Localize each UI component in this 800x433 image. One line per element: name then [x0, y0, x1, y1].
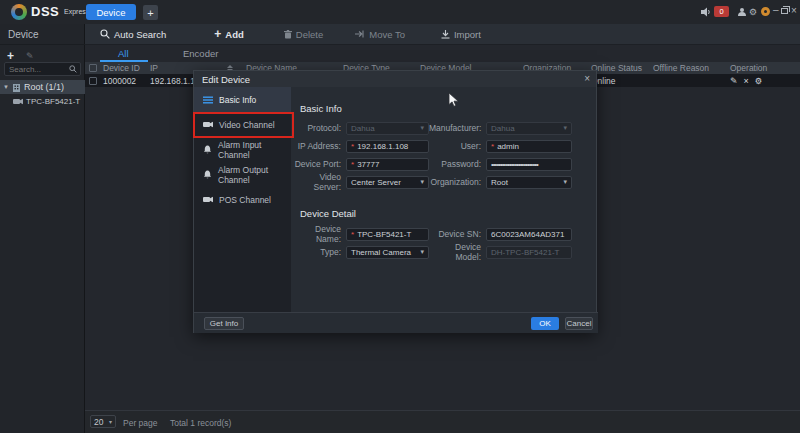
- tab-all[interactable]: All: [118, 48, 129, 59]
- password-field[interactable]: ••••••••••••••••••••••••••: [486, 158, 572, 171]
- alarm-input-icon: [203, 145, 212, 154]
- alarm-speaker-icon[interactable]: [701, 7, 712, 17]
- org-search-box: [4, 62, 81, 76]
- col-online-status: Online Status: [588, 63, 650, 73]
- edit-organization-icon[interactable]: ✎: [26, 51, 34, 61]
- ok-button[interactable]: OK: [531, 317, 559, 330]
- protocol-select[interactable]: Dahua ▾: [346, 122, 429, 135]
- dss-logo-icon: [11, 4, 27, 20]
- mouse-cursor: [448, 92, 459, 108]
- type-label: Type:: [291, 247, 341, 257]
- tree-expand-caret[interactable]: ▼: [3, 84, 9, 90]
- manufacturer-select[interactable]: Dahua ▾: [486, 122, 572, 135]
- device-sn-field[interactable]: 6C0023AM64AD371: [486, 228, 572, 241]
- move-to-button[interactable]: Move To: [355, 29, 405, 40]
- dialog-title-bar: Edit Device ×: [194, 71, 596, 87]
- dialog-title: Edit Device: [202, 74, 250, 85]
- sidebar-title: Device: [8, 29, 39, 40]
- user-label: User:: [429, 141, 481, 151]
- device-name-field[interactable]: * TPC-BF5421-T: [346, 228, 429, 241]
- select-all-checkbox[interactable]: [89, 64, 97, 72]
- organization-label: Organization:: [429, 177, 481, 187]
- tree-node-device[interactable]: TPC-BF5421-T: [0, 94, 85, 108]
- annotation-highlight-box: [193, 112, 294, 138]
- chevron-down-icon: ▾: [563, 178, 567, 186]
- ip-address-label: IP Address:: [291, 141, 341, 151]
- device-model-label: Device Model:: [429, 242, 481, 262]
- chevron-down-icon: ▾: [420, 248, 424, 256]
- tree-node-label: Root (1/1): [24, 82, 64, 92]
- menu-alarm-output-channel[interactable]: Alarm Output Channel: [194, 162, 291, 187]
- pos-channel-icon: [203, 196, 213, 203]
- settings-gear-icon[interactable]: ⚙: [749, 7, 757, 17]
- video-server-label: Video Server:: [291, 172, 341, 192]
- dialog-form: Basic Info Protocol: Dahua ▾ Manufacture…: [291, 87, 598, 312]
- delete-device-icon[interactable]: ×: [744, 76, 749, 86]
- video-server-select[interactable]: Center Server ▾: [346, 176, 429, 189]
- cell-device-id: 1000002: [101, 76, 148, 86]
- chevron-down-icon: ▾: [563, 124, 567, 132]
- user-icon[interactable]: [737, 7, 747, 17]
- move-arrow-icon: [355, 30, 365, 38]
- tab-device[interactable]: Device: [86, 4, 136, 20]
- device-name-label: Device Name:: [291, 224, 341, 244]
- alarm-output-icon: [203, 170, 212, 179]
- restore-button[interactable]: [781, 8, 788, 14]
- ip-address-field[interactable]: * 192.168.1.108: [346, 140, 429, 153]
- plus-icon: +: [214, 27, 221, 41]
- total-records-label: Total 1 record(s): [170, 418, 231, 428]
- list-icon: [203, 96, 213, 104]
- chevron-down-icon: ▾: [109, 418, 112, 425]
- organization-select[interactable]: Root ▾: [486, 176, 572, 189]
- per-page-label: Per page: [123, 418, 158, 428]
- delete-button[interactable]: Delete: [284, 29, 323, 40]
- device-config-icon[interactable]: ⚙: [755, 76, 763, 86]
- cell-operation: ✎ × ⚙: [727, 76, 800, 86]
- protocol-label: Protocol:: [291, 123, 341, 133]
- add-device-button[interactable]: + Add: [214, 27, 243, 41]
- col-operation: Operation: [727, 63, 800, 73]
- app-window: DSS Express Device + 0 ⚙ – × Device + ✎: [0, 0, 800, 433]
- cancel-button[interactable]: Cancel: [565, 317, 593, 330]
- edit-device-dialog: Edit Device × Basic Info Video Channel: [193, 70, 597, 333]
- row-checkbox[interactable]: [89, 77, 97, 85]
- page-size-select[interactable]: 20 ▾: [90, 415, 116, 428]
- pagination-bar: 20 ▾ Per page Total 1 record(s): [85, 410, 800, 433]
- add-tab-button[interactable]: +: [143, 5, 158, 20]
- network-status-icon: [761, 7, 770, 16]
- add-organization-button[interactable]: +: [7, 49, 14, 63]
- tree-node-root[interactable]: ▼ Root (1/1): [0, 80, 85, 94]
- password-label: Password:: [429, 159, 481, 169]
- chevron-down-icon: ▾: [420, 124, 424, 132]
- dialog-close-icon[interactable]: ×: [584, 73, 590, 84]
- encoder-tabs: All Encoder: [85, 45, 800, 62]
- col-offline-reason: Offline Reason: [650, 63, 727, 73]
- device-sn-label: Device SN:: [429, 229, 481, 239]
- organization-icon: [12, 83, 21, 92]
- cell-online-status: Online: [588, 76, 650, 86]
- minimize-button[interactable]: –: [773, 5, 779, 15]
- manufacturer-label: Manufacturer:: [429, 123, 481, 133]
- menu-basic-info[interactable]: Basic Info: [194, 87, 291, 112]
- tree-device-label: TPC-BF5421-T: [26, 97, 80, 106]
- search-input[interactable]: [5, 65, 65, 74]
- user-field[interactable]: * admin: [486, 140, 572, 153]
- title-bar: DSS Express Device + 0 ⚙ – ×: [0, 0, 800, 24]
- close-window-button[interactable]: ×: [791, 6, 797, 16]
- search-icon: [100, 29, 110, 39]
- menu-pos-channel[interactable]: POS Channel: [194, 187, 291, 212]
- trash-icon: [284, 30, 292, 39]
- edit-device-icon[interactable]: ✎: [730, 76, 738, 86]
- get-info-button[interactable]: Get Info: [204, 317, 244, 330]
- device-port-field[interactable]: * 37777: [346, 158, 429, 171]
- dialog-footer: Get Info OK Cancel: [194, 312, 598, 333]
- menu-alarm-input-channel[interactable]: Alarm Input Channel: [194, 137, 291, 162]
- device-model-field[interactable]: DH-TPC-BF5421-T: [486, 246, 572, 259]
- device-toolbar: Auto Search + Add Delete Move To Import: [85, 24, 800, 45]
- alarm-count-badge: 0: [714, 6, 729, 17]
- tab-encoder[interactable]: Encoder: [183, 48, 218, 59]
- auto-search-button[interactable]: Auto Search: [100, 29, 166, 40]
- type-select[interactable]: Thermal Camera ▾: [346, 246, 429, 259]
- device-port-label: Device Port:: [291, 159, 341, 169]
- import-button[interactable]: Import: [441, 29, 481, 40]
